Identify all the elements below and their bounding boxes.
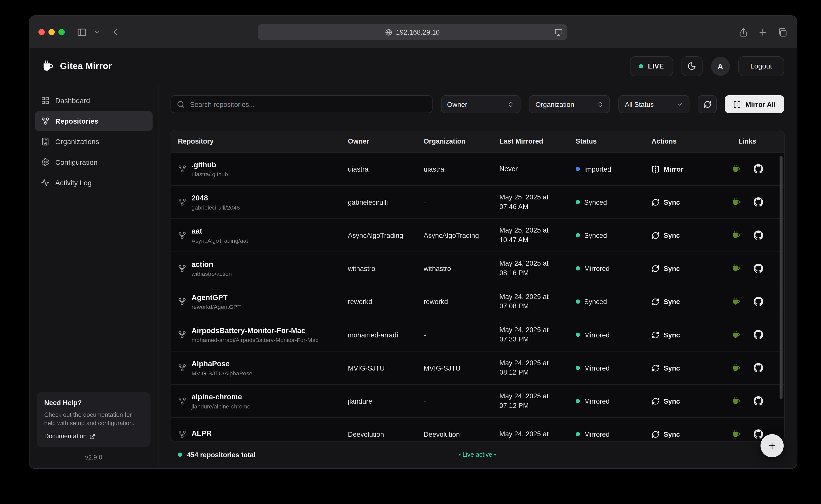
sync-button[interactable]: Sync [652, 364, 680, 372]
table-row[interactable]: actionwithastro/action withastro withast… [171, 252, 784, 285]
live-status-badge[interactable]: LIVE [630, 56, 673, 76]
last-mirrored-time: 08:12 PM [499, 368, 568, 377]
refresh-button[interactable] [698, 95, 717, 113]
last-mirrored-date: May 25, 2025 at [499, 193, 568, 202]
address-bar[interactable]: 192.168.29.10 [258, 24, 567, 40]
mirror-button[interactable]: Mirror [652, 165, 683, 173]
repo-organization: uiastra [416, 165, 492, 173]
github-link-icon[interactable] [754, 197, 763, 207]
repo-path: uiastra/.github [192, 171, 228, 177]
github-link-icon[interactable] [754, 429, 763, 439]
chevron-down-icon[interactable] [94, 29, 100, 35]
version-label: v2.9.0 [35, 447, 152, 468]
back-icon[interactable] [110, 27, 121, 37]
gitea-link-icon[interactable] [732, 363, 741, 373]
table-scrollbar[interactable] [780, 156, 783, 399]
table-row[interactable]: AirpodsBattery-Monitor-For-Macmohamed-ar… [171, 318, 784, 352]
github-link-icon[interactable] [754, 231, 763, 240]
sync-icon [652, 198, 659, 206]
github-link-icon[interactable] [754, 363, 763, 373]
git-fork-icon [178, 397, 186, 405]
sync-button[interactable]: Sync [652, 231, 680, 239]
sync-button[interactable]: Sync [652, 297, 680, 305]
sync-icon [652, 231, 659, 239]
table-row[interactable]: alpine-chromejlandure/alpine-chrome jlan… [171, 385, 784, 418]
gitea-link-icon[interactable] [732, 330, 741, 339]
repo-owner: Deevolution [340, 430, 416, 438]
gitea-link-icon[interactable] [732, 264, 741, 273]
sync-button[interactable]: Sync [652, 331, 680, 339]
gitea-link-icon[interactable] [732, 197, 741, 207]
user-avatar[interactable]: A [711, 57, 730, 76]
repo-name: alpine-chrome [192, 393, 250, 401]
avatar-initial: A [718, 62, 723, 70]
documentation-link[interactable]: Documentation [44, 432, 143, 440]
sidebar-item-organizations[interactable]: Organizations [35, 132, 152, 152]
last-mirrored-time: 07:12 PM [499, 401, 568, 410]
table-row[interactable]: AgentGPTreworkd/AgentGPT reworkd reworkd… [171, 285, 784, 318]
share-icon[interactable] [738, 27, 748, 37]
live-dot [639, 64, 643, 68]
github-link-icon[interactable] [754, 297, 763, 306]
main-content: Owner Organization All Status [158, 84, 797, 468]
chevrons-up-down-icon [597, 101, 604, 108]
monitor-icon[interactable] [555, 28, 562, 36]
sidebar-item-dashboard[interactable]: Dashboard [35, 90, 152, 110]
sidebar: Dashboard Repositories Organizations Con… [30, 84, 158, 468]
plus-icon [767, 441, 777, 450]
gitea-link-icon[interactable] [732, 164, 741, 174]
table-row[interactable]: aatAsyncAlgoTrading/aat AsyncAlgoTrading… [171, 219, 784, 252]
zoom-window-button[interactable] [58, 29, 65, 35]
mirror-all-button[interactable]: Mirror All [725, 95, 784, 113]
repo-organization: AsyncAlgoTrading [416, 231, 492, 239]
last-mirrored-date: May 25, 2025 at [499, 226, 568, 235]
search-box [171, 95, 432, 113]
new-tab-icon[interactable] [758, 27, 768, 37]
add-repository-button[interactable] [761, 434, 784, 457]
table-row[interactable]: .githubuiastra/.github uiastra uiastra N… [171, 153, 784, 186]
status-filter[interactable]: All Status [619, 95, 690, 113]
sync-icon [652, 397, 659, 405]
sidebar-item-configuration[interactable]: Configuration [35, 152, 152, 172]
git-fork-icon [178, 231, 186, 239]
sync-button[interactable]: Sync [652, 397, 680, 405]
status-label: Mirrored [584, 331, 610, 339]
table-row[interactable]: ALPR Deevolution Deevolution May 24, 202… [171, 418, 784, 441]
sync-button[interactable]: Sync [652, 198, 680, 206]
last-mirrored-date: May 24, 2025 at [499, 259, 568, 268]
column-header-actions: Actions [644, 137, 710, 145]
sidebar-toggle-icon[interactable] [77, 27, 87, 37]
logout-button[interactable]: Logout [738, 56, 784, 76]
repo-organization: Deevolution [416, 430, 492, 438]
github-link-icon[interactable] [754, 264, 763, 273]
chevrons-up-down-icon [508, 101, 514, 108]
github-link-icon[interactable] [754, 164, 763, 174]
minimize-window-button[interactable] [49, 29, 55, 35]
sync-button[interactable]: Sync [652, 430, 680, 438]
gitea-link-icon[interactable] [732, 396, 741, 406]
github-link-icon[interactable] [754, 396, 763, 406]
external-link-icon [89, 433, 95, 439]
github-link-icon[interactable] [754, 330, 763, 339]
tab-overview-icon[interactable] [777, 27, 787, 37]
gitea-link-icon[interactable] [732, 429, 741, 439]
theme-toggle-button[interactable] [681, 56, 702, 76]
status-dot [576, 233, 580, 237]
organization-filter[interactable]: Organization [529, 95, 610, 113]
sync-button[interactable]: Sync [652, 264, 680, 272]
table-row[interactable]: 2048gabrielecirulli/2048 gabrielecirulli… [171, 186, 784, 219]
gitea-link-icon[interactable] [732, 297, 741, 306]
repo-name: 2048 [192, 194, 240, 202]
status-dot [576, 200, 580, 204]
url-text: 192.168.29.10 [396, 28, 440, 36]
sidebar-item-repositories[interactable]: Repositories [35, 111, 152, 131]
last-mirrored-time: 10:47 AM [499, 235, 568, 245]
close-window-button[interactable] [38, 29, 45, 35]
git-fork-icon [178, 264, 186, 272]
owner-filter[interactable]: Owner [441, 95, 521, 113]
search-input[interactable] [189, 100, 426, 109]
table-row[interactable]: AlphaPoseMVIG-SJTU/AlphaPose MVIG-SJTU M… [171, 352, 784, 385]
gitea-link-icon[interactable] [732, 231, 741, 240]
status-label: Synced [584, 231, 607, 239]
sidebar-item-activity-log[interactable]: Activity Log [35, 173, 152, 193]
